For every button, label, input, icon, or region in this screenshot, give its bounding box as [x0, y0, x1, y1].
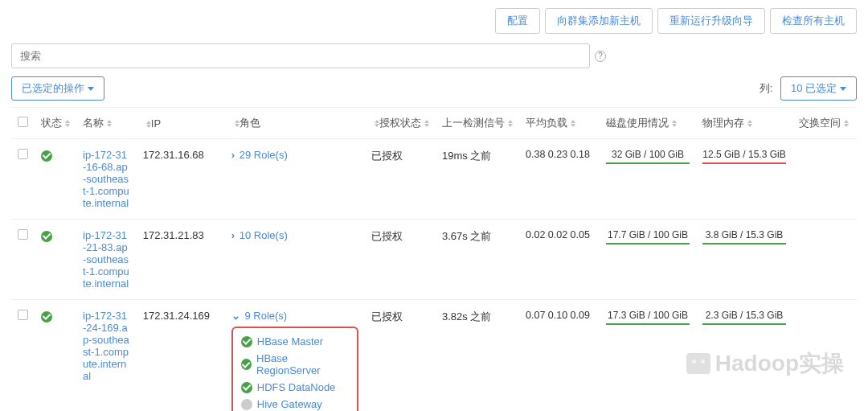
status-off-icon — [241, 399, 252, 410]
disk-usage: 32 GiB / 100 GiB — [600, 139, 696, 220]
table-row: ip-172-31-16-68.ap-southeast-1.compute.i… — [11, 139, 857, 220]
load-average: 0.02 0.02 0.05 — [519, 220, 600, 300]
host-name-link[interactable]: ip-172-31-16-68.ap-southeast-1.compute.i… — [83, 149, 130, 209]
caret-down-icon — [88, 87, 94, 91]
load-average: 0.07 0.10 0.09 — [519, 300, 600, 412]
rerun-upgrade-button[interactable]: 重新运行升级向导 — [657, 8, 765, 34]
selected-actions-dropdown[interactable]: 已选定的操作 — [11, 76, 104, 101]
status-ok-icon — [241, 336, 252, 347]
col-ip[interactable]: IP — [137, 108, 225, 139]
role-item-link[interactable]: HBase Master — [257, 335, 323, 347]
roles-toggle[interactable]: 10 Role(s) — [240, 229, 288, 241]
search-input[interactable] — [11, 43, 590, 68]
columns-selector: 列: 10 已选定 — [760, 76, 857, 101]
caret-down-icon — [840, 87, 846, 91]
table-row: ip-172-31-21-83.ap-southeast-1.compute.i… — [11, 220, 857, 300]
columns-dropdown[interactable]: 10 已选定 — [780, 76, 857, 101]
physical-memory: 2.3 GiB / 15.3 GiB — [696, 300, 792, 412]
row-checkbox[interactable] — [18, 229, 28, 240]
disk-usage: 17.7 GiB / 100 GiB — [600, 220, 696, 300]
disk-usage: 17.3 GiB / 100 GiB — [600, 300, 696, 412]
auth-status: 已授权 — [365, 139, 436, 220]
role-item-link[interactable]: Hive Gateway — [257, 398, 322, 410]
selected-actions-label: 已选定的操作 — [22, 81, 84, 96]
col-disk[interactable]: 磁盘使用情况 — [600, 108, 696, 139]
roles-toggle[interactable]: 29 Role(s) — [240, 149, 288, 161]
last-signal: 19ms 之前 — [436, 139, 519, 220]
role-item-link[interactable]: HBase RegionServer — [256, 352, 349, 376]
row-checkbox[interactable] — [18, 310, 28, 320]
swap-space — [792, 300, 857, 412]
status-ok-icon — [41, 150, 52, 162]
configure-button[interactable]: 配置 — [495, 8, 540, 34]
physical-memory: 12.5 GiB / 15.3 GiB — [696, 139, 792, 220]
auth-status: 已授权 — [365, 220, 436, 300]
col-mem[interactable]: 物理内存 — [696, 108, 792, 139]
chevron-down-icon[interactable]: ⌄ — [231, 310, 240, 322]
roles-toggle[interactable]: 9 Role(s) — [244, 310, 287, 322]
inspect-all-button[interactable]: 检查所有主机 — [770, 8, 857, 34]
row-checkbox[interactable] — [18, 149, 28, 159]
status-ok-icon — [41, 311, 52, 323]
swap-space — [792, 139, 857, 220]
role-item-link[interactable]: HDFS DataNode — [257, 381, 336, 393]
col-load[interactable]: 平均负载 — [519, 108, 600, 139]
last-signal: 3.67s 之前 — [436, 220, 519, 300]
col-status[interactable]: 状态 — [35, 108, 76, 139]
columns-label: 列: — [760, 82, 773, 94]
col-name[interactable]: 名称 — [76, 108, 137, 139]
last-signal: 3.82s 之前 — [436, 300, 519, 412]
host-ip: 172.31.21.83 — [137, 220, 225, 300]
hosts-table: 状态 名称 IP 角色 授权状态 上一检测信号 平均负载 磁盘使用情况 物理内存… — [11, 107, 857, 411]
status-ok-icon — [241, 382, 252, 393]
swap-space — [792, 220, 857, 300]
col-roles[interactable]: 角色 — [225, 108, 365, 139]
help-icon[interactable]: ? — [595, 51, 606, 62]
col-swap[interactable]: 交换空间 — [792, 108, 857, 139]
host-name-link[interactable]: ip-172-31-24-169.ap-southeast-1.compute.… — [83, 310, 130, 382]
roles-expanded-box: HBase MasterHBase RegionServerHDFS DataN… — [231, 327, 358, 411]
table-row: ip-172-31-24-169.ap-southeast-1.compute.… — [11, 300, 857, 412]
status-ok-icon — [241, 359, 252, 370]
physical-memory: 3.8 GiB / 15.3 GiB — [696, 220, 792, 300]
col-last-signal[interactable]: 上一检测信号 — [436, 108, 519, 139]
chevron-right-icon[interactable]: › — [231, 229, 235, 241]
host-ip: 172.31.24.169 — [137, 300, 225, 412]
host-name-link[interactable]: ip-172-31-21-83.ap-southeast-1.compute.i… — [83, 229, 130, 290]
chevron-right-icon[interactable]: › — [231, 149, 235, 161]
host-ip: 172.31.16.68 — [137, 139, 225, 220]
col-auth[interactable]: 授权状态 — [365, 108, 436, 139]
select-all-checkbox[interactable] — [18, 117, 28, 127]
add-host-button[interactable]: 向群集添加新主机 — [545, 8, 653, 34]
top-actions-bar: 配置 向群集添加新主机 重新运行升级向导 检查所有主机 — [11, 8, 857, 34]
status-ok-icon — [41, 231, 52, 242]
auth-status: 已授权 — [365, 300, 436, 412]
columns-selected-label: 10 已选定 — [791, 81, 837, 96]
load-average: 0.38 0.23 0.18 — [519, 139, 600, 220]
